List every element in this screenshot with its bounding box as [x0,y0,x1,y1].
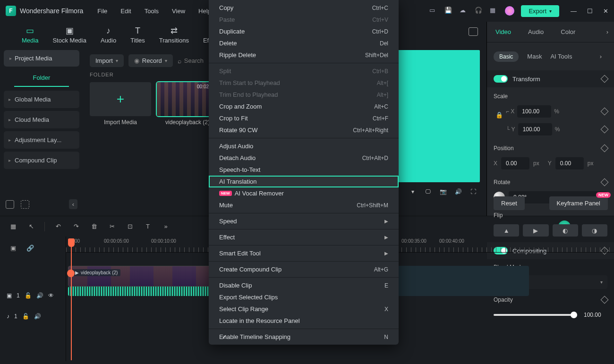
ctx-delete[interactable]: DeleteDel [209,37,399,49]
ctx-disable-clip[interactable]: Disable ClipE [209,279,399,291]
nav-tab-stock-media[interactable]: ▣Stock Media [52,26,86,44]
snapshot-icon[interactable] [469,27,478,36]
menu-tools[interactable]: Tools [145,8,159,15]
subtab-mask[interactable]: Mask [527,53,542,60]
ctx-effect[interactable]: Effect▶ [209,231,399,243]
redo-icon[interactable]: ↷ [71,222,81,231]
flip-vertical-button[interactable]: ▶ [523,224,548,237]
scale-y-keyframe-icon[interactable] [601,126,609,134]
ctx-ai-vocal-remover[interactable]: NEWAI Vocal Remover [209,187,399,199]
position-x-input[interactable] [501,157,529,169]
ctx-export-selected-clips[interactable]: Export Selected Clips [209,291,399,303]
playhead[interactable] [68,238,75,247]
position-y-input[interactable] [555,157,584,169]
audio-track-lock-icon[interactable]: 🔓 [22,313,29,320]
sidebar-item-compound-clip[interactable]: ▸Compound Clip [4,152,79,169]
import-button[interactable]: Import▾ [90,54,124,67]
folder-tab[interactable]: Folder [14,69,69,87]
menu-view[interactable]: View [172,8,185,15]
aspect-dropdown-icon[interactable]: ▾ [408,187,418,196]
rotate-keyframe-icon[interactable] [601,178,609,186]
more-icon[interactable]: » [161,222,171,231]
new-folder-icon[interactable] [6,200,14,209]
nav-tab-transitions[interactable]: ⇄Transitions [159,26,189,44]
ctx-enable-timeline-snapping[interactable]: ✓Enable Timeline SnappingN [209,331,399,343]
cloud-icon[interactable]: ☁ [460,7,468,15]
cut-icon[interactable]: ✂ [107,222,117,231]
transform-toggle[interactable] [494,75,508,83]
sidebar-item-cloud-media[interactable]: ▸Cloud Media [4,111,79,128]
ctx-mute[interactable]: MuteCtrl+Shift+M [209,199,399,211]
ctx-duplicate[interactable]: DuplicateCtrl+D [209,25,399,37]
audio-wave-clip-2[interactable] [397,266,529,296]
nav-tab-audio[interactable]: ♪Audio [101,26,116,44]
subtab-basic[interactable]: Basic [494,51,519,62]
ctx-select-clip-range[interactable]: Select Clip RangeX [209,303,399,315]
reset-button[interactable]: Reset [494,196,525,210]
close-icon[interactable]: ✕ [603,8,608,15]
tl-cursor-icon[interactable]: ↖ [26,222,36,231]
save-icon[interactable]: 💾 [444,7,453,15]
ctx-copy[interactable]: CopyCtrl+C [209,2,399,14]
ctx-create-compound-clip[interactable]: Create Compound ClipAlt+G [209,263,399,275]
audio-track-mute-icon[interactable]: 🔊 [34,313,41,320]
rotate-ccw-button[interactable]: ◑ [582,224,607,237]
subtab-ai-tools[interactable]: AI Tools [550,53,572,60]
fullscreen-icon[interactable]: ⛶ [469,187,478,196]
lock-icon[interactable]: 🔒 [495,111,503,119]
folder-icon[interactable] [21,200,29,209]
sidebar-item-global-media[interactable]: ▸Global Media [4,91,79,108]
tab-video[interactable]: Video [487,22,520,42]
ctx-detach-audio[interactable]: Detach AudioCtrl+Alt+D [209,152,399,164]
video-track-header[interactable]: ▣1 🔓 🔊 👁 [0,288,66,303]
avatar-icon[interactable] [505,6,514,16]
keyframe-panel-button[interactable]: Keyframe Panel NEW [549,196,608,210]
import-media-cell[interactable]: + [90,82,151,116]
nav-tab-titles[interactable]: TTitles [130,26,145,44]
minimize-icon[interactable]: — [571,8,577,15]
scale-x-keyframe-icon[interactable] [601,108,609,116]
scale-x-input[interactable] [517,105,551,118]
ctx-adjust-audio[interactable]: Adjust Audio [209,140,399,152]
headphones-icon[interactable]: 🎧 [475,7,483,15]
export-button[interactable]: Export▾ [521,5,559,17]
crop-icon[interactable]: ⊡ [125,222,135,231]
ctx-ripple-delete[interactable]: Ripple DeleteShift+Del [209,49,399,61]
record-button[interactable]: ◉Record▾ [128,54,173,67]
project-media-button[interactable]: ▸ Project Media [4,50,79,67]
menu-file[interactable]: File [97,8,107,15]
transform-keyframe-icon[interactable] [601,75,609,83]
ctx-speech-to-text[interactable]: Speech-to-Text [209,164,399,176]
ctx-rotate----cw[interactable]: Rotate 90 CWCtrl+Alt+Right [209,124,399,136]
collapse-sidebar-button[interactable]: ‹ [69,199,77,209]
ctx-crop-and-zoom[interactable]: Crop and ZoomAlt+C [209,101,399,112]
volume-icon[interactable]: 🔊 [453,187,463,196]
device-icon[interactable]: ▭ [429,7,438,15]
flip-horizontal-button[interactable]: ▲ [494,224,519,237]
menu-edit[interactable]: Edit [120,8,131,15]
tl-grid-icon[interactable]: ▦ [9,222,18,231]
tab-audio[interactable]: Audio [520,22,552,42]
track-mute-icon[interactable]: 🔊 [36,292,43,299]
ctx-ai-translation[interactable]: AI Translation [209,176,399,187]
grid-icon[interactable]: ▦ [490,7,498,15]
delete-icon[interactable]: 🗑 [89,222,99,231]
track-lock-icon[interactable]: 🔓 [25,292,32,299]
rotate-cw-button[interactable]: ◐ [553,224,578,237]
scale-y-input[interactable] [518,123,552,135]
track-visibility-icon[interactable]: 👁 [48,292,54,299]
position-keyframe-icon[interactable] [601,144,609,152]
audio-track-header[interactable]: ♪1 🔓 🔊 [0,309,66,323]
sidebar-item-adjustment-lay---[interactable]: ▸Adjustment Lay... [4,131,79,149]
tabs-more-icon[interactable]: › [601,23,614,41]
camera-icon[interactable]: 📷 [438,187,448,196]
tab-color[interactable]: Color [552,22,584,42]
tl-layers-icon[interactable]: ▣ [9,243,18,253]
subtabs-more-icon[interactable]: › [594,47,607,66]
text-icon[interactable]: T [143,222,153,231]
maximize-icon[interactable]: ☐ [587,8,593,15]
ctx-speed[interactable]: Speed▶ [209,215,399,227]
undo-icon[interactable]: ↶ [53,222,63,231]
ctx-smart-edit-tool[interactable]: Smart Edit Tool▶ [209,247,399,259]
ctx-locate-in-the-resource-panel[interactable]: Locate in the Resource Panel [209,315,399,327]
